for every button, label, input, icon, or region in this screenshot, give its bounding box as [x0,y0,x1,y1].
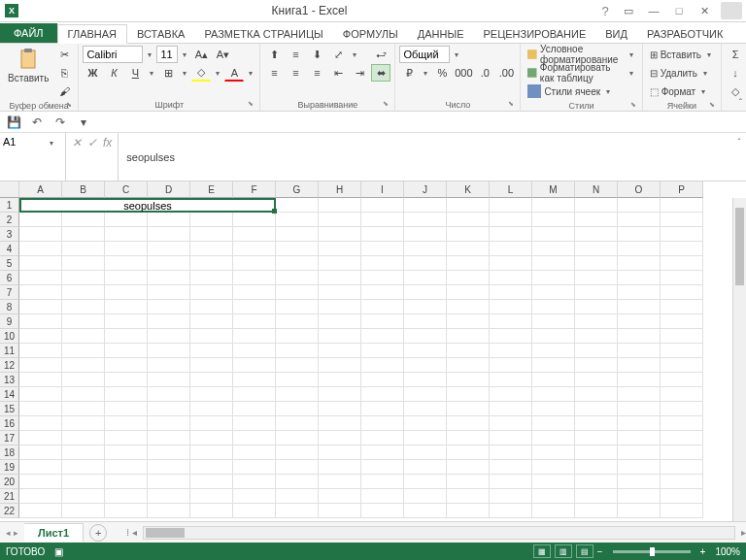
row-header[interactable]: 18 [0,445,19,460]
cell[interactable] [447,504,490,518]
cell[interactable] [276,242,319,256]
cell[interactable] [404,504,447,518]
fill-color-button[interactable]: ◇ [191,64,211,82]
cell[interactable] [661,344,703,358]
cell[interactable] [62,460,105,475]
cell[interactable] [575,256,618,271]
cell[interactable] [148,504,190,518]
cell[interactable] [532,358,575,373]
cell[interactable] [361,300,404,314]
cell[interactable] [319,475,361,489]
cell[interactable] [361,460,404,475]
undo-button[interactable]: ↶ [27,114,47,131]
column-header[interactable]: D [148,181,190,198]
column-header[interactable]: P [661,181,703,198]
cell[interactable] [233,314,276,329]
cell[interactable] [532,271,575,285]
cell[interactable] [62,431,105,445]
cell[interactable] [447,227,490,242]
column-header[interactable]: E [190,181,233,198]
decrease-font-button[interactable]: A▾ [213,46,232,63]
cell[interactable] [575,416,618,431]
cell[interactable] [319,329,361,344]
cell[interactable] [233,213,276,227]
cell[interactable] [661,213,703,227]
cell[interactable] [532,402,575,416]
cell[interactable] [62,314,105,329]
cell[interactable] [233,460,276,475]
cell[interactable] [19,416,62,431]
format-cells-button[interactable]: ⬚ Формат▾ [647,82,717,100]
cell[interactable] [190,373,233,387]
cell[interactable] [490,504,532,518]
cell[interactable] [490,344,532,358]
cell[interactable] [105,358,148,373]
save-button[interactable]: 💾 [4,114,23,131]
row-header[interactable]: 14 [0,387,19,402]
align-top-button[interactable]: ⬆ [264,46,284,63]
cell[interactable] [233,358,276,373]
row-header[interactable]: 3 [0,227,19,242]
align-center-button[interactable]: ≡ [286,64,305,82]
cell[interactable] [19,387,62,402]
cell[interactable] [618,256,661,271]
help-button[interactable]: ? [595,2,615,19]
minimize-button[interactable]: — [642,2,665,19]
cell[interactable] [404,344,447,358]
cell[interactable] [19,314,62,329]
number-format-select[interactable] [399,46,450,63]
cell[interactable] [105,373,148,387]
cell[interactable] [276,460,319,475]
column-header[interactable]: A [19,181,62,198]
cell[interactable] [490,213,532,227]
tab-developer[interactable]: РАЗРАБОТЧИК [637,25,732,43]
cell[interactable] [661,256,703,271]
user-account-icon[interactable] [721,2,742,19]
cell[interactable] [661,329,703,344]
cell[interactable] [490,373,532,387]
cell[interactable] [575,445,618,460]
row-header[interactable]: 5 [0,256,19,271]
cell[interactable] [276,300,319,314]
cell[interactable] [148,489,190,504]
cell[interactable] [319,402,361,416]
underline-button[interactable]: Ч [125,64,145,82]
italic-button[interactable]: К [104,64,123,82]
cell[interactable] [404,387,447,402]
cell[interactable] [532,227,575,242]
tab-insert[interactable]: ВСТАВКА [127,25,194,43]
page-layout-view-button[interactable]: ▥ [555,544,572,558]
cell[interactable] [361,387,404,402]
cell[interactable] [532,431,575,445]
cell[interactable] [490,475,532,489]
cell[interactable] [447,445,490,460]
cell[interactable] [148,387,190,402]
name-box-dropdown[interactable]: ▾ [50,139,53,148]
cell[interactable] [62,489,105,504]
cell[interactable] [490,285,532,300]
cell[interactable] [661,387,703,402]
cell[interactable] [532,314,575,329]
cell[interactable] [575,402,618,416]
cell[interactable] [62,213,105,227]
cell[interactable] [361,358,404,373]
cell[interactable] [62,504,105,518]
cell[interactable] [361,489,404,504]
row-header[interactable]: 1 [0,198,19,213]
cell[interactable] [490,358,532,373]
cell[interactable] [575,431,618,445]
expand-formula-bar-button[interactable]: ˆ [732,133,746,181]
cell[interactable] [233,329,276,344]
cell[interactable] [532,344,575,358]
cell[interactable] [532,373,575,387]
cell[interactable] [661,300,703,314]
cell[interactable] [447,271,490,285]
cell[interactable] [490,271,532,285]
cell[interactable] [404,373,447,387]
row-header[interactable]: 16 [0,416,19,431]
cell[interactable] [19,285,62,300]
cell[interactable] [233,285,276,300]
merged-cell-a1-f1[interactable]: seopulses [19,198,276,213]
cell[interactable] [19,373,62,387]
cell[interactable] [404,256,447,271]
